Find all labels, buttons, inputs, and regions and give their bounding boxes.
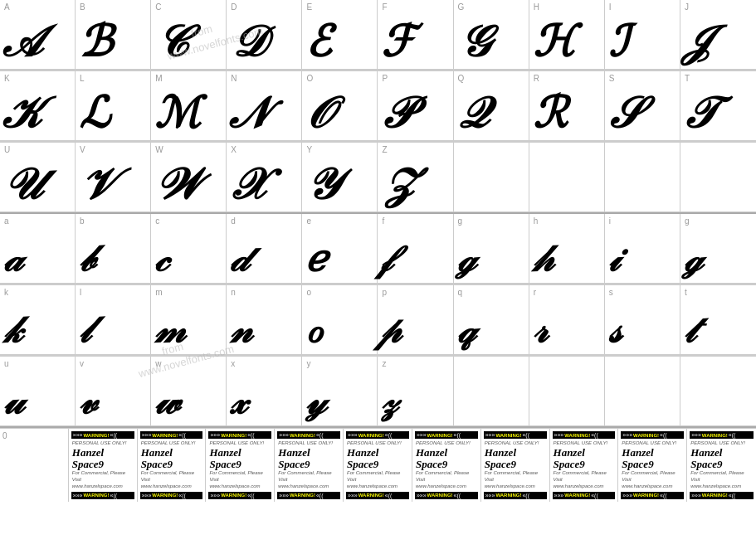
cell-H: Hℋ: [529, 0, 605, 70]
cell-P: P𝒫: [378, 71, 453, 141]
special-cell-5: »»» WARNING! «(( PERSONAL USE ONLY! Hanz…: [344, 429, 412, 502]
cell-B: Bℬ: [76, 0, 151, 70]
cell-empty4: [680, 143, 756, 212]
font-info-1: PERSONAL USE ONLY! Hanzel Space9 For Com…: [71, 439, 134, 492]
cell-J: J𝒥: [680, 0, 756, 70]
cell-b: b𝒷: [76, 214, 151, 284]
cell-p: p𝓅: [378, 285, 453, 355]
specials-section: 0 »»» WARNING! «(( PERSONAL USE ONLY! Ha…: [0, 428, 756, 502]
cell-G: G𝒢: [454, 0, 529, 70]
cell-M: Mℳ: [151, 71, 227, 141]
cell-empty5: [454, 357, 529, 426]
cell-o: oℴ: [302, 285, 378, 355]
cell-f: f𝒻: [378, 214, 453, 284]
cell-m: m𝓂: [151, 285, 227, 355]
cell-u: u𝓊: [0, 357, 76, 426]
special-cell-0: 0: [0, 429, 69, 502]
cell-w: w𝓌: [151, 357, 227, 426]
lowercase-row3: u𝓊 v𝓋 w𝓌 x𝓍 y𝓎 z𝓏: [0, 357, 756, 428]
cell-D: D𝒟: [227, 0, 302, 70]
cell-W: W𝒲: [151, 143, 227, 212]
cell-g: gℊ: [454, 214, 529, 284]
cell-i: i𝒾: [605, 214, 680, 284]
cell-O: O𝒪: [302, 71, 378, 141]
cell-l: l𝓁: [76, 285, 151, 355]
uppercase-row3: U𝒰 V𝒱 W𝒲 X𝒳 Y𝒴 Z𝒵: [0, 143, 756, 214]
cell-T: T𝒯: [680, 71, 756, 141]
special-cell-8: »»» WARNING! «(( PERSONAL USE ONLY! Hanz…: [550, 429, 619, 502]
cell-q: q𝓆: [454, 285, 529, 355]
special-cell-1: »»» WARNING! «(( PERSONAL USE ONLY! Hanz…: [69, 429, 138, 502]
cell-empty3: [605, 143, 680, 212]
cell-Q: Q𝒬: [454, 71, 529, 141]
cell-I: Iℐ: [605, 0, 680, 70]
cell-X: X𝒳: [227, 143, 302, 212]
cell-r: r𝓇: [529, 285, 605, 355]
uppercase-section: from www.novelfonts.com A𝒜 Bℬ C𝒞 D𝒟 Eℰ F…: [0, 0, 756, 214]
cell-Y: Y𝒴: [302, 143, 378, 212]
cell-n: n𝓃: [227, 285, 302, 355]
special-cell-3: »»» WARNING! «(( PERSONAL USE ONLY! Hanz…: [206, 429, 275, 502]
cell-U: U𝒰: [0, 143, 76, 212]
cell-k: k𝓀: [0, 285, 76, 355]
cell-E: Eℰ: [302, 0, 378, 70]
cell-K: K𝒦: [0, 71, 76, 141]
lowercase-row2: k𝓀 l𝓁 m𝓂 n𝓃 oℴ p𝓅 q𝓆 r𝓇 s𝓈 t𝓉: [0, 285, 756, 357]
cell-L: Lℒ: [76, 71, 151, 141]
cell-c: c𝒸: [151, 214, 227, 284]
cell-empty6: [529, 357, 605, 426]
cell-y: y𝓎: [302, 357, 378, 426]
warning-strip-1b: »»» WARNING! «((: [71, 492, 134, 499]
cell-A: A𝒜: [0, 0, 76, 70]
warning-strip-1: »»» WARNING! «((: [71, 431, 134, 439]
cell-s: s𝓈: [605, 285, 680, 355]
uppercase-row2: K𝒦 Lℒ Mℳ N𝒩 O𝒪 P𝒫 Q𝒬 Rℛ S𝒮 T𝒯: [0, 71, 756, 143]
cell-d: d𝒹: [227, 214, 302, 284]
cell-F: Fℱ: [378, 0, 453, 70]
cell-R: Rℛ: [529, 71, 605, 141]
lowercase-section: from www.novelfonts.com a𝒶 b𝒷 c𝒸 d𝒹 eℯ f…: [0, 214, 756, 428]
special-cell-6: »»» WARNING! «(( PERSONAL USE ONLY! Hanz…: [412, 429, 481, 502]
font-grid: from www.novelfonts.com A𝒜 Bℬ C𝒞 D𝒟 Eℰ F…: [0, 0, 756, 502]
cell-empty2: [529, 143, 605, 212]
special-cell-2: »»» WARNING! «(( PERSONAL USE ONLY! Hanz…: [138, 429, 207, 502]
cell-empty8: [680, 357, 756, 426]
cell-empty1: [454, 143, 529, 212]
cell-t: t𝓉: [680, 285, 756, 355]
cell-V: V𝒱: [76, 143, 151, 212]
cell-g2: gℊ: [680, 214, 756, 284]
cell-Z: Z𝒵: [378, 143, 453, 212]
special-cell-4: »»» WARNING! «(( PERSONAL USE ONLY! Hanz…: [275, 429, 344, 502]
cell-S: S𝒮: [605, 71, 680, 141]
special-cell-9: »»» WARNING! «(( PERSONAL USE ONLY! Hanz…: [618, 429, 687, 502]
lowercase-row1: a𝒶 b𝒷 c𝒸 d𝒹 eℯ f𝒻 gℊ h𝒽 i𝒾 gℊ: [0, 214, 756, 285]
warning-strip-2: »»» WARNING! «((: [140, 431, 203, 439]
special-cell-10: »»» WARNING! «(( PERSONAL USE ONLY! Hanz…: [687, 429, 756, 502]
uppercase-row1: A𝒜 Bℬ C𝒞 D𝒟 Eℰ Fℱ G𝒢 Hℋ Iℐ J𝒥: [0, 0, 756, 71]
cell-x: x𝓍: [227, 357, 302, 426]
cell-e: eℯ: [302, 214, 378, 284]
cell-a: a𝒶: [0, 214, 76, 284]
cell-v: v𝓋: [76, 357, 151, 426]
cell-N: N𝒩: [227, 71, 302, 141]
cell-h: h𝒽: [529, 214, 605, 284]
special-cell-7: »»» WARNING! «(( PERSONAL USE ONLY! Hanz…: [481, 429, 550, 502]
cell-empty7: [605, 357, 680, 426]
cell-C: C𝒞: [151, 0, 227, 70]
cell-z: z𝓏: [378, 357, 453, 426]
